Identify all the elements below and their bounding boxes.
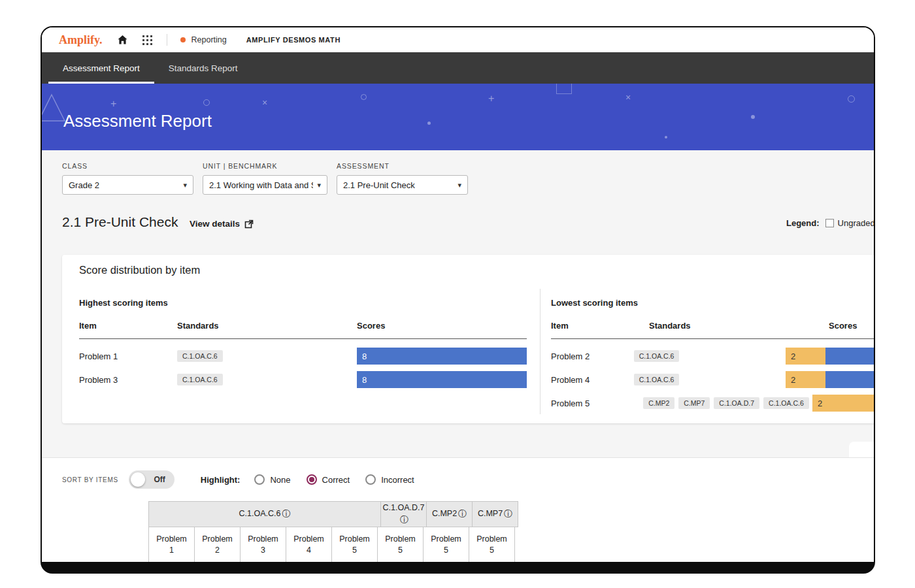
- problem-label: Problem 3: [246, 534, 281, 556]
- score-value: 2: [818, 399, 822, 408]
- table-row: Problem 1 C.1.OA.C.6 8: [79, 344, 527, 368]
- decor-circle: [361, 94, 367, 100]
- unit-value: 2.1 Working with Data and Sol: [209, 180, 313, 190]
- amplify-logo[interactable]: Amplify.: [59, 33, 103, 47]
- standard-chip: C.1.OA.C.6: [177, 350, 223, 362]
- view-details-link[interactable]: View details: [190, 219, 254, 229]
- problem-label: Problem 4: [291, 534, 327, 556]
- problem-header-cell: Problem 5: [469, 527, 515, 562]
- filter-unit: UNIT | BENCHMARK 2.1 Working with Data a…: [203, 162, 327, 195]
- filter-assessment: ASSESSMENT 2.1 Pre-Unit Check ▾: [337, 162, 468, 195]
- toggle-knob: [131, 472, 145, 487]
- problem-label: Problem 5: [383, 534, 418, 556]
- page-title: Assessment Report: [63, 111, 212, 131]
- external-link-icon: [244, 220, 254, 229]
- item-label: Problem 2: [551, 351, 634, 361]
- radio-correct[interactable]: Correct: [307, 474, 350, 485]
- reporting-link[interactable]: Reporting: [191, 35, 227, 44]
- score-bar: 8: [357, 348, 527, 365]
- score-value: 2: [791, 375, 795, 385]
- col-standards: Standards: [649, 321, 829, 331]
- col-item: Item: [79, 321, 177, 331]
- radio-selected-icon: [307, 474, 317, 485]
- standard-chip: C.1.OA.C.6: [634, 374, 680, 385]
- item-label: Problem 5: [551, 399, 643, 408]
- problem-header-cell: Problem 4: [286, 527, 332, 562]
- class-label: CLASS: [62, 162, 193, 170]
- unit-select[interactable]: 2.1 Working with Data and Sol ▾: [203, 175, 327, 195]
- standard-group-header: C.MP2 ⓘ: [426, 501, 473, 527]
- lowest-scoring-section: Lowest scoring items Item Standards Scor…: [551, 298, 874, 415]
- info-icon[interactable]: ⓘ: [282, 509, 290, 519]
- highlight-label: Highlight:: [201, 475, 241, 485]
- decor-square: [556, 84, 572, 94]
- report-nav: Assessment Report Standards Report: [42, 52, 874, 84]
- info-icon[interactable]: ⓘ: [400, 515, 408, 525]
- problem-header-cell: Problem 5: [423, 527, 469, 562]
- decor-circle: [203, 99, 210, 106]
- item-matrix-panel: SORT BY ITEMS Off Highlight: None C: [42, 457, 874, 562]
- standard-group-header: C.MP7 ⓘ: [472, 501, 518, 527]
- item-label: Problem 3: [79, 375, 177, 385]
- radio-none[interactable]: None: [254, 474, 290, 485]
- score-bar: [825, 348, 874, 365]
- card-title: Score distribution by item: [79, 264, 200, 276]
- decor-dot: [751, 115, 755, 119]
- table-row: Problem 3 C.1.OA.C.6 8: [79, 368, 527, 391]
- tab-assessment-report[interactable]: Assessment Report: [48, 52, 154, 84]
- home-icon[interactable]: [117, 35, 128, 45]
- standard-label: C.1.OA.C.6: [239, 509, 281, 519]
- decor-plus: [110, 98, 116, 110]
- radio-correct-label: Correct: [322, 475, 350, 485]
- problem-label: Problem 1: [154, 534, 190, 556]
- table-header: Item Standards Scores: [79, 321, 527, 339]
- standard-chip: C.MP7: [678, 397, 710, 409]
- card-divider: [540, 289, 541, 414]
- radio-icon: [254, 474, 265, 485]
- class-select[interactable]: Grade 2 ▾: [62, 175, 193, 195]
- caret-down-icon: ▾: [317, 181, 321, 189]
- apps-grid-icon[interactable]: [142, 35, 152, 45]
- info-icon[interactable]: ⓘ: [504, 509, 512, 519]
- table-panel-corner: [849, 442, 874, 457]
- sort-by-items-toggle[interactable]: Off: [129, 470, 175, 489]
- info-icon[interactable]: ⓘ: [458, 509, 467, 519]
- problem-header-cell: Problem 1: [148, 527, 195, 562]
- assessment-select[interactable]: 2.1 Pre-Unit Check ▾: [337, 175, 468, 195]
- item-label: Problem 1: [79, 351, 177, 361]
- radio-incorrect[interactable]: Incorrect: [365, 474, 414, 485]
- report-content: CLASS Grade 2 ▾ UNIT | BENCHMARK 2.1 Wor…: [42, 150, 874, 562]
- legend: Legend: Ungraded: [786, 218, 874, 228]
- tab-standards-report[interactable]: Standards Report: [154, 52, 252, 84]
- score-value: 8: [362, 375, 367, 385]
- standard-group-header: C.1.OA.C.6 ⓘ: [148, 501, 381, 527]
- legend-ungraded-swatch: [825, 219, 834, 227]
- item-label: Problem 4: [551, 375, 634, 385]
- standards-header-row: C.1.OA.C.6 ⓘ C.1.OA.D.7 ⓘ C.MP2 ⓘ C.MP: [148, 501, 518, 527]
- problem-label: Problem 5: [429, 534, 464, 556]
- score-distribution-card: Score distribution by item Highest scori…: [62, 255, 874, 423]
- radio-incorrect-label: Incorrect: [381, 475, 414, 485]
- lowest-title: Lowest scoring items: [551, 298, 874, 308]
- decor-dot: [665, 136, 667, 139]
- table-row: Problem 4 C.1.OA.C.6 2: [551, 368, 874, 391]
- highest-title: Highest scoring items: [79, 298, 527, 308]
- problem-label: Problem 5: [337, 534, 373, 556]
- standard-label: C.1.OA.D.7: [383, 503, 425, 514]
- item-matrix-header: C.1.OA.C.6 ⓘ C.1.OA.D.7 ⓘ C.MP2 ⓘ C.MP: [148, 501, 518, 562]
- standard-chip: C.MP2: [643, 397, 674, 409]
- assessment-title: 2.1 Pre-Unit Check: [62, 214, 178, 230]
- standard-chip: C.1.OA.C.6: [634, 350, 680, 362]
- decor-plus: [488, 93, 494, 105]
- table-header: Item Standards Scores: [551, 321, 874, 339]
- score-bar: [825, 371, 874, 388]
- col-item: Item: [551, 321, 649, 331]
- unit-label: UNIT | BENCHMARK: [203, 162, 327, 170]
- col-scores: Scores: [357, 321, 527, 331]
- problem-header-cell: Problem 2: [194, 527, 241, 562]
- score-bar: 2: [786, 371, 825, 388]
- standard-chip: C.1.OA.C.6: [177, 374, 223, 385]
- class-value: Grade 2: [69, 180, 99, 190]
- app-window: Amplify. Reporting AMPLIFY DESMOS MATH: [41, 26, 875, 574]
- standard-label: C.MP2: [432, 509, 457, 519]
